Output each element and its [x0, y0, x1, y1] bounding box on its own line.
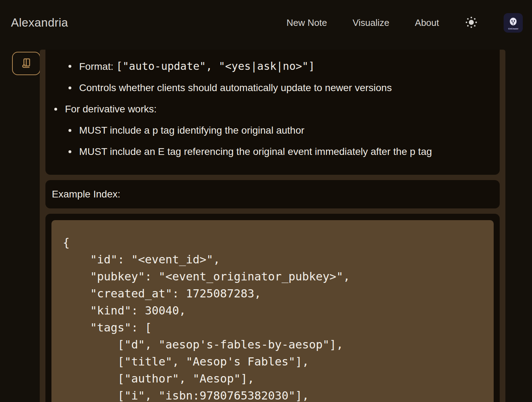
nav-item-visualize[interactable]: Visualize: [352, 17, 389, 28]
list-item: Controls whether clients should automati…: [45, 82, 489, 94]
list-item-text: Controls whether clients should automati…: [79, 82, 392, 94]
nav-item-about[interactable]: About: [415, 17, 439, 28]
book-icon: [21, 57, 32, 70]
nav-item-new-note[interactable]: New Note: [286, 17, 327, 28]
code-card: { "id": "<event_id>", "pubkey": "<event_…: [45, 214, 500, 402]
content-panel: Format: ["auto-update", "<yes|ask|no>"]C…: [40, 50, 505, 402]
doc-list: Format: ["auto-update", "<yes|ask|no>"]C…: [45, 60, 489, 157]
bullet-dot: [54, 108, 57, 111]
list-item: MUST include a p tag identifying the ori…: [45, 124, 489, 136]
bullet-dot: [68, 65, 71, 68]
list-item-text: Format: ["auto-update", "<yes|ask|no>"]: [79, 60, 315, 72]
example-card: Example Index:: [45, 180, 500, 208]
code-block: { "id": "<event_id>", "pubkey": "<event_…: [51, 220, 494, 402]
list-item-text: For derivative works:: [65, 103, 157, 115]
gitcitadel-logo-button[interactable]: GitCitadel: [504, 13, 523, 33]
list-item-text: MUST include a p tag identifying the ori…: [79, 124, 305, 136]
header: Alexandria New Note Visualize About: [0, 0, 532, 45]
gitcitadel-shield-icon: [509, 17, 518, 27]
list-item: For derivative works:: [45, 103, 489, 115]
sidebar-toggle-button[interactable]: [12, 52, 40, 75]
theme-toggle-button[interactable]: [465, 16, 478, 30]
nav: New Note Visualize About: [286, 13, 523, 33]
app-title: Alexandria: [11, 16, 68, 29]
list-item: Format: ["auto-update", "<yes|ask|no>"]: [45, 60, 489, 72]
logo-label: GitCitadel: [508, 28, 518, 30]
doc-card: Format: ["auto-update", "<yes|ask|no>"]C…: [45, 50, 500, 175]
code-pre: { "id": "<event_id>", "pubkey": "<event_…: [63, 234, 485, 402]
list-item: MUST include an E tag referencing the or…: [45, 146, 489, 157]
bullet-dot: [68, 86, 71, 89]
sun-icon: [465, 16, 478, 30]
bullet-dot: [68, 129, 71, 132]
bullet-dot: [68, 150, 71, 153]
example-label: Example Index:: [52, 189, 120, 200]
inline-code: ["auto-update", "<yes|ask|no>"]: [116, 60, 315, 72]
list-item-text: MUST include an E tag referencing the or…: [79, 146, 432, 157]
